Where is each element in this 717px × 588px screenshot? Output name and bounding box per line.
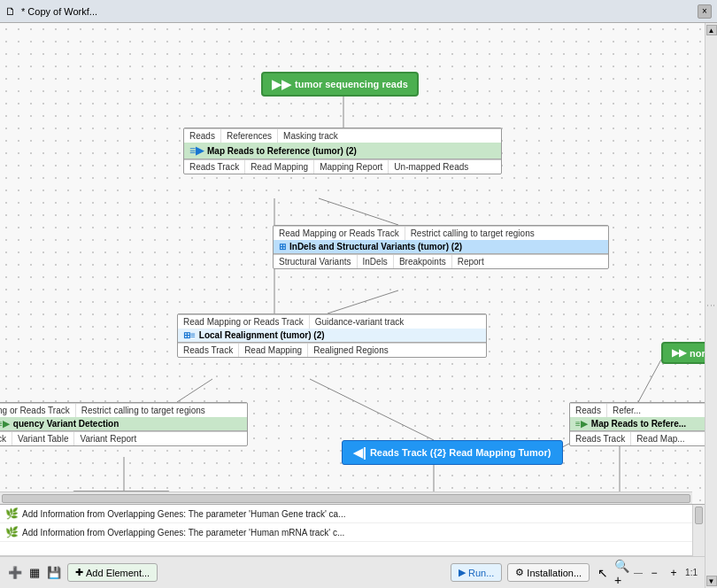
blue-node-icon: ◀| <box>353 445 366 460</box>
port-report: Report <box>452 255 490 268</box>
map-reads-right-bottom: Reads Track Read Map... <box>570 431 705 445</box>
indels-bottom-ports: Structural Variants InDels Breakpoints R… <box>274 254 608 268</box>
scroll-thumb-horizontal[interactable] <box>2 494 690 503</box>
freq-variant-node[interactable]: ng or Reads Track Restrict calling to ta… <box>0 402 248 446</box>
freq-icon: ≡▶ <box>0 419 10 429</box>
green-right-label: nor... <box>690 348 705 359</box>
add-element-icon: ✚ <box>75 567 83 578</box>
map-reads-node[interactable]: Reads References Masking track ≡▶ Map Re… <box>183 128 502 174</box>
port-refer-r: Refer... <box>607 404 646 417</box>
cursor-icon: ↖ <box>595 565 611 581</box>
green-right-icon: ▶▶ <box>672 347 686 359</box>
port-variant-table: Variant Table <box>12 432 74 445</box>
green-right-node[interactable]: ▶▶ nor... <box>661 342 705 364</box>
indels-title: InDels and Structural Variants (tumor) (… <box>289 242 462 251</box>
map-reads-icon: ≡▶ <box>189 144 204 157</box>
freq-bottom-ports: ck Variant Table Variant Report <box>0 431 247 445</box>
status-messages: 🌿 Add Information from Overlapping Genes… <box>0 505 692 556</box>
msg-text-2: Add Information from Overlapping Genes: … <box>22 528 344 538</box>
scroll-up-button[interactable]: ▲ <box>706 25 717 35</box>
msg-scroll-thumb[interactable] <box>695 507 703 524</box>
zoom-separator: — <box>634 568 643 577</box>
svg-line-1 <box>319 198 398 225</box>
port-reads-track-local: Reads Track <box>178 344 239 357</box>
zoom-plus-icon[interactable]: + <box>666 565 682 581</box>
start-node[interactable]: ▶▶ tumor sequencing reads <box>261 72 419 97</box>
local-header: ⊞≡ Local Realignment (tumor) (2) <box>178 329 486 343</box>
freq-top-ports: ng or Reads Track Restrict calling to ta… <box>0 403 247 417</box>
map-reads-right-header: ≡▶ Map Reads to Refere... <box>570 417 705 431</box>
port-guidance: Guidance-variant track <box>310 315 410 329</box>
add-element-button[interactable]: ✚ Add Element... <box>67 563 158 582</box>
title-text: * Copy of Workf... <box>21 6 97 17</box>
horizontal-scrollbar[interactable] <box>0 491 692 504</box>
local-realignment-node[interactable]: Read Mapping or Reads Track Guidance-var… <box>177 313 487 358</box>
blue-reads-track-node[interactable]: ◀| Reads Track ({2} Read Mapping Tumor) <box>342 440 563 465</box>
start-node-label: tumor sequencing reads <box>295 79 408 89</box>
installation-button[interactable]: ⚙ Installation... <box>507 563 590 582</box>
port-reads-r: Reads <box>570 404 607 417</box>
status-message-2: 🌿 Add Information from Overlapping Genes… <box>0 523 692 542</box>
port-realigned: Realigned Regions <box>308 344 394 357</box>
svg-line-5 <box>310 379 434 440</box>
local-icon: ⊞≡ <box>183 330 196 340</box>
indels-icon: ⊞ <box>279 242 286 251</box>
indels-node[interactable]: Read Mapping or Reads Track Restrict cal… <box>273 225 609 269</box>
port-restrict-freq: Restrict calling to target regions <box>76 404 211 417</box>
svg-line-4 <box>177 379 212 402</box>
port-restrict: Restrict calling to target regions <box>405 227 540 240</box>
zoom-in-icon[interactable]: 🔍+ <box>614 565 630 581</box>
svg-line-3 <box>328 290 398 313</box>
scroll-down-button[interactable]: ▼ <box>706 576 717 586</box>
message-scrollbar[interactable] <box>692 505 705 556</box>
icon-save[interactable]: 💾 <box>46 565 62 581</box>
map-reads-right-title: Map Reads to Refere... <box>591 419 686 429</box>
map-reads-header: ≡▶ Map Reads to Reference (tumor) (2) <box>184 143 501 159</box>
zoom-level: 1:1 <box>685 568 698 577</box>
zoom-out-icon[interactable]: − <box>646 565 662 581</box>
status-bar: 🌿 Add Information from Overlapping Genes… <box>0 504 705 588</box>
port-masking: Masking track <box>278 129 343 143</box>
run-button[interactable]: ▶ Run... <box>451 563 502 582</box>
title-close-button[interactable]: × <box>698 4 712 19</box>
msg-icon-2: 🌿 <box>5 526 19 538</box>
port-structural: Structural Variants <box>274 255 358 268</box>
map-reads-right-top: Reads Refer... <box>570 403 705 417</box>
port-variant-report: Variant Report <box>74 432 142 445</box>
port-read-mapping-or: Read Mapping or Reads Track <box>274 227 405 240</box>
scroll-dots: ⋮ <box>706 37 716 574</box>
port-unmapped: Un-mapped Reads <box>389 160 474 174</box>
map-reads-right-icon: ≡▶ <box>575 419 588 429</box>
main-area: ▶▶ tumor sequencing reads Reads Referenc… <box>0 23 717 588</box>
icon-grid[interactable]: ▦ <box>27 565 42 581</box>
add-element-label: Add Element... <box>86 568 150 578</box>
port-reads-track-r: Reads Track <box>570 432 631 445</box>
icon-plus[interactable]: ➕ <box>7 565 23 581</box>
port-references: References <box>221 129 278 143</box>
workflow-canvas[interactable]: ▶▶ tumor sequencing reads Reads Referenc… <box>0 23 705 588</box>
port-read-map-r: Read Map... <box>631 432 690 445</box>
port-read-mapping-local: Read Mapping or Reads Track <box>178 315 310 329</box>
port-breakpoints: Breakpoints <box>394 255 452 268</box>
bottom-icons: ➕ ▦ 💾 <box>7 565 62 581</box>
port-ck: ck <box>0 432 12 445</box>
bottom-toolbar: ➕ ▦ 💾 ✚ Add Element... ▶ Run... ⚙ Instal… <box>0 556 705 588</box>
port-mapping-report: Mapping Report <box>314 160 389 174</box>
status-message-1: 🌿 Add Information from Overlapping Genes… <box>0 505 692 523</box>
start-arrow-icon: ▶▶ <box>272 77 291 91</box>
zoom-bar: ↖ 🔍+ — − + 1:1 <box>595 565 698 581</box>
vertical-scrollbar[interactable]: ▲ ⋮ ▼ <box>705 23 717 588</box>
run-icon: ▶ <box>459 567 466 578</box>
map-reads-bottom-ports: Reads Track Read Mapping Mapping Report … <box>184 159 501 174</box>
title-icon: 🗋 <box>5 5 16 18</box>
port-ng-reads: ng or Reads Track <box>0 404 76 417</box>
map-reads-right-node[interactable]: Reads Refer... ≡▶ Map Reads to Refere...… <box>569 402 705 446</box>
blue-node-label: Reads Track ({2} Read Mapping Tumor) <box>370 447 551 458</box>
installation-icon: ⚙ <box>515 567 524 578</box>
local-bottom-ports: Reads Track Read Mapping Realigned Regio… <box>178 343 486 357</box>
port-indels: InDels <box>358 255 394 268</box>
port-read-mapping: Read Mapping <box>245 160 314 174</box>
installation-label: Installation... <box>527 568 582 578</box>
run-label: Run... <box>468 568 494 578</box>
msg-icon-1: 🌿 <box>5 507 19 520</box>
